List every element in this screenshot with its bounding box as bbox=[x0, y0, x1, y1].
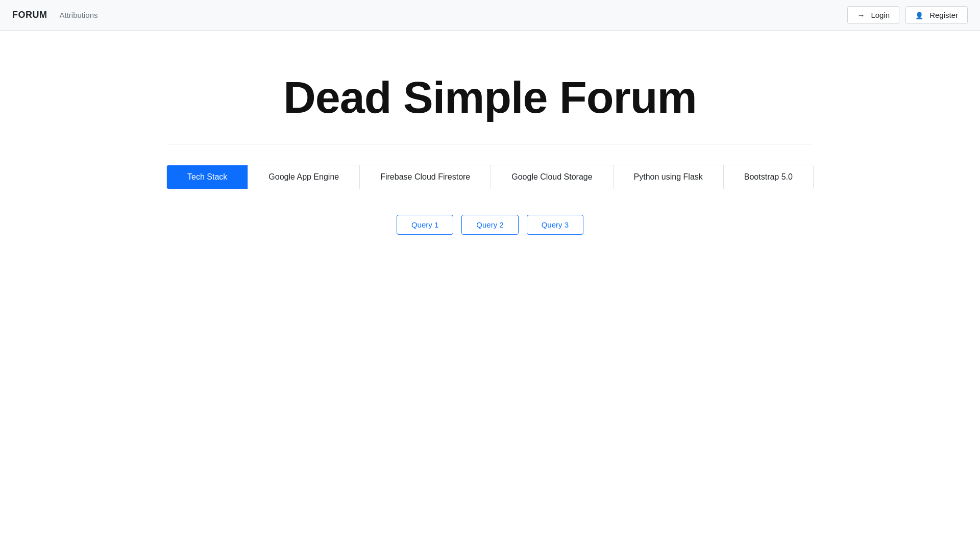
tab-google-app-engine[interactable]: Google App Engine bbox=[248, 165, 360, 189]
tab-bootstrap[interactable]: Bootstrap 5.0 bbox=[724, 165, 813, 189]
navbar-brand: FORUM bbox=[12, 10, 47, 20]
tab-python-flask[interactable]: Python using Flask bbox=[614, 165, 724, 189]
register-label: Register bbox=[929, 11, 958, 19]
divider bbox=[168, 144, 812, 144]
register-button[interactable]: Register bbox=[905, 6, 968, 24]
tab-google-cloud-storage[interactable]: Google Cloud Storage bbox=[491, 165, 613, 189]
navbar: FORUM Attributions Login Register bbox=[0, 0, 980, 31]
login-label: Login bbox=[871, 11, 890, 19]
login-button[interactable]: Login bbox=[847, 6, 899, 24]
tab-firebase-cloud-firestore[interactable]: Firebase Cloud Firestore bbox=[360, 165, 491, 189]
attributions-link[interactable]: Attributions bbox=[60, 11, 98, 19]
query-2-button[interactable]: Query 2 bbox=[461, 215, 518, 235]
tabs-container: Tech StackGoogle App EngineFirebase Clou… bbox=[166, 165, 814, 189]
query-1-button[interactable]: Query 1 bbox=[397, 215, 453, 235]
login-icon bbox=[857, 11, 867, 19]
tab-tech-stack[interactable]: Tech Stack bbox=[167, 165, 248, 189]
navbar-right: Login Register bbox=[847, 6, 968, 24]
register-icon bbox=[915, 11, 925, 19]
page-title: Dead Simple Forum bbox=[283, 71, 696, 123]
query-buttons: Query 1Query 2Query 3 bbox=[397, 215, 583, 235]
query-3-button[interactable]: Query 3 bbox=[527, 215, 583, 235]
main-content: Dead Simple Forum Tech StackGoogle App E… bbox=[0, 31, 980, 235]
navbar-left: FORUM Attributions bbox=[12, 10, 98, 20]
